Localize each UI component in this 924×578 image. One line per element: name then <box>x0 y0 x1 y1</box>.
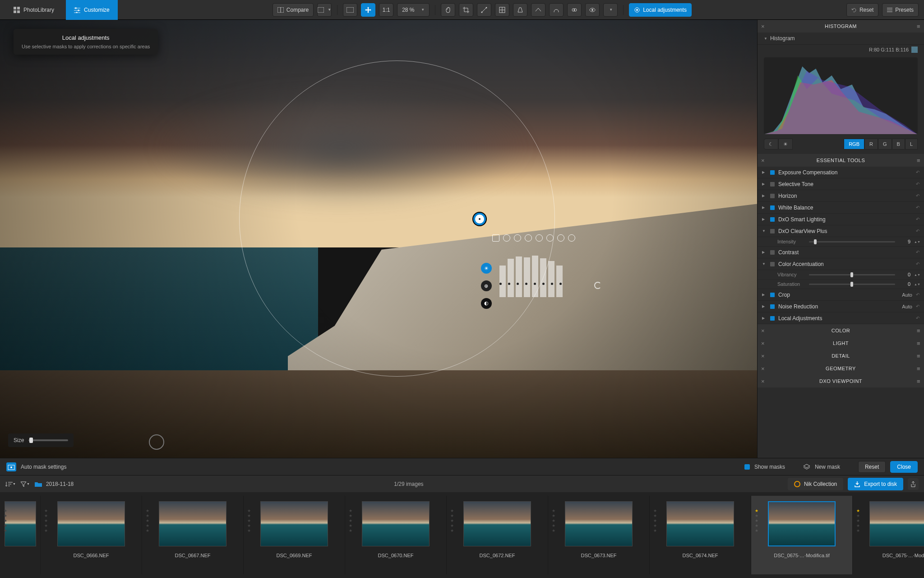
preview-dropdown[interactable]: ▼ <box>603 3 618 17</box>
tool-local-adjustments[interactable]: ▶Local Adjustments↶ <box>758 312 924 324</box>
thumbnail[interactable]: ★★★★★DSC_0675·…·Modifica.tif <box>751 496 853 574</box>
local-adjustments-button[interactable]: Local adjustments <box>629 3 692 17</box>
filmstrip[interactable]: ★★★★★★★★★★DSC_0666.NEF★★★★★DSC_0667.NEF★… <box>0 492 924 578</box>
mask-close-button[interactable]: Close <box>890 461 918 473</box>
shadows-param-icon[interactable] <box>568 234 575 242</box>
histogram-sub[interactable]: ▼Histogram <box>758 33 924 45</box>
filter-icon[interactable]: ▼ <box>20 481 30 487</box>
folder-name[interactable]: 2018-11-18 <box>46 481 74 487</box>
stepper-icon[interactable]: ▲▼ <box>914 240 919 243</box>
reset-button[interactable]: Reset <box>846 3 878 17</box>
horizon-tool[interactable] <box>531 3 545 17</box>
thumbnail[interactable]: ★★★★★DSC_0674.NEF <box>650 496 751 574</box>
light-header[interactable]: ×LIGHT≡ <box>758 337 924 350</box>
close-icon[interactable]: × <box>761 157 765 164</box>
tool-contrast[interactable]: ▶Contrast↶ <box>758 247 924 258</box>
saturation-param-icon[interactable] <box>546 234 554 242</box>
tool-horizon[interactable]: ▶Horizon↶ <box>758 190 924 202</box>
thumbnail[interactable]: ★★★★★DSC_0667.NEF <box>142 496 244 574</box>
channel-g[interactable]: G <box>878 139 892 149</box>
export-button[interactable]: Export to disk <box>848 478 903 490</box>
close-icon[interactable]: × <box>761 365 765 372</box>
perspective-tool[interactable] <box>513 3 527 17</box>
upoint-pin[interactable] <box>473 213 486 225</box>
automask-icon[interactable] <box>6 462 16 471</box>
close-icon[interactable]: × <box>761 327 765 334</box>
menu-icon[interactable]: ≡ <box>917 378 920 385</box>
menu-icon[interactable]: ≡ <box>917 365 920 372</box>
contrast-param-icon[interactable] <box>503 234 510 242</box>
microcontrast-param-icon[interactable] <box>514 234 521 242</box>
channel-rgb[interactable]: RGB <box>844 139 864 149</box>
wb-picker-tool[interactable] <box>495 3 509 17</box>
automask-label[interactable]: Auto mask settings <box>21 464 66 470</box>
sort-icon[interactable]: ▼ <box>5 481 16 487</box>
exposure-param-icon[interactable] <box>492 234 499 242</box>
tool-color-accentuation[interactable]: ▼Color Accentuation↶ <box>758 258 924 270</box>
show-masks-checkbox[interactable] <box>744 464 750 470</box>
upoint-light-button[interactable]: ☀ <box>481 263 492 274</box>
upoint-equalizer[interactable] <box>499 252 563 297</box>
highlights-param-icon[interactable] <box>557 234 564 242</box>
menu-icon[interactable]: ≡ <box>917 353 920 359</box>
thumbnail[interactable]: ★★★★★DSC_0669.NEF <box>244 496 345 574</box>
close-icon[interactable]: × <box>761 353 765 359</box>
tool-exposure[interactable]: ▶Exposure Compensation↶ <box>758 167 924 178</box>
compare-button[interactable]: Compare <box>273 3 314 17</box>
vibrancy-param-icon[interactable] <box>536 234 543 242</box>
vibrancy-slider[interactable]: Vibrancy0▲▼ <box>758 270 924 280</box>
presets-button[interactable]: Presets <box>882 3 919 17</box>
size-slider[interactable] <box>28 439 68 441</box>
geometry-header[interactable]: ×GEOMETRY≡ <box>758 362 924 375</box>
upoint-detail-button[interactable]: ◐ <box>481 298 492 309</box>
straighten-tool[interactable] <box>477 3 491 17</box>
tool-clearview[interactable]: ▼DxO ClearView Plus↶ <box>758 225 924 237</box>
close-icon[interactable]: × <box>761 378 765 385</box>
viewpoint-header[interactable]: ×DXO VIEWPOINT≡ <box>758 375 924 387</box>
nik-collection-button[interactable]: Nik Collection <box>788 478 843 490</box>
crop-tool[interactable] <box>459 3 473 17</box>
clearview-param-icon[interactable] <box>525 234 532 242</box>
mask-reset-button[interactable]: Reset <box>858 461 886 473</box>
shadow-clip-button[interactable]: ☾ <box>764 139 778 149</box>
brush-size-control[interactable]: Size <box>8 434 74 447</box>
image-canvas[interactable]: Local adjustments Use selective masks to… <box>0 20 757 458</box>
hue-wheel-icon[interactable] <box>149 434 164 450</box>
thumbnail[interactable]: ★★★★★DSC_0673.NEF <box>548 496 650 574</box>
redeye-tool[interactable] <box>567 3 582 17</box>
clearview-intensity[interactable]: Intensity9▲▼ <box>758 237 924 247</box>
tool-selective-tone[interactable]: ▶Selective Tone↶ <box>758 178 924 190</box>
tab-photolibrary[interactable]: PhotoLibrary <box>5 0 62 20</box>
menu-icon[interactable]: ≡ <box>917 340 920 347</box>
highlight-clip-button[interactable]: ☀ <box>778 139 793 149</box>
stepper-icon[interactable]: ▲▼ <box>914 273 919 276</box>
tab-customize[interactable]: Customize <box>66 0 118 20</box>
share-icon[interactable] <box>908 478 919 490</box>
spot-tool[interactable] <box>549 3 564 17</box>
channel-r[interactable]: R <box>864 139 878 149</box>
thumbnail[interactable]: ★★★★★DSC_0670.NEF <box>345 496 447 574</box>
tool-crop[interactable]: ▶CropAuto↶ <box>758 289 924 301</box>
menu-icon[interactable]: ≡ <box>917 23 920 30</box>
channel-l[interactable]: L <box>905 139 918 149</box>
close-icon[interactable]: × <box>761 340 765 347</box>
menu-icon[interactable]: ≡ <box>917 157 920 164</box>
upoint-slider-track[interactable] <box>499 283 562 285</box>
zoom-11-button[interactable]: 1:1 <box>379 3 393 17</box>
upoint-color-button[interactable]: ⊕ <box>481 280 492 291</box>
new-mask-button[interactable]: New mask <box>815 464 840 470</box>
saturation-slider[interactable]: Saturation0▲▼ <box>758 280 924 289</box>
upoint-radius[interactable] <box>239 61 555 377</box>
fit-button[interactable] <box>343 3 357 17</box>
thumbnail[interactable]: ★★★★★DSC_0675·…·Mod <box>853 496 924 574</box>
zoom-dropdown[interactable]: 28 %▼ <box>397 3 430 17</box>
layout-dropdown[interactable]: ▼ <box>317 3 332 17</box>
thumbnail[interactable]: ★★★★★DSC_0666.NEF <box>41 496 142 574</box>
hand-tool[interactable] <box>441 3 455 17</box>
color-header[interactable]: ×COLOR≡ <box>758 324 924 337</box>
tool-noise[interactable]: ▶Noise ReductionAuto↶ <box>758 301 924 312</box>
thumbnail[interactable]: ★★★★★ <box>0 496 41 574</box>
stepper-icon[interactable]: ▲▼ <box>914 283 919 286</box>
tool-white-balance[interactable]: ▶White Balance↶ <box>758 202 924 214</box>
preview-tool[interactable] <box>585 3 600 17</box>
